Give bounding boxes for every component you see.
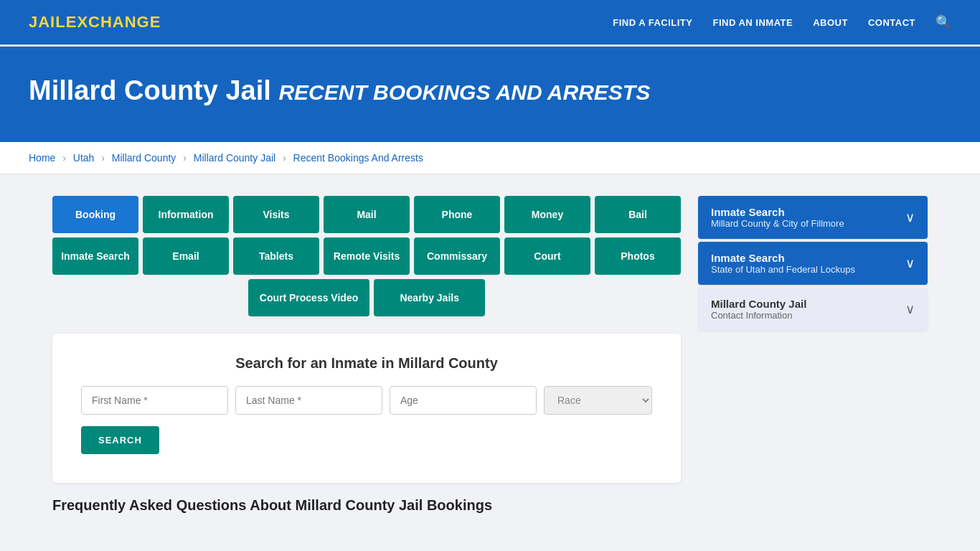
search-title: Search for an Inmate in Millard County [81, 355, 652, 372]
site-logo[interactable]: JAILEXCHANGE [29, 13, 161, 32]
sidebar-card-3-chevron: ∨ [905, 301, 915, 317]
sidebar-card-1-title: Inmate Search [711, 206, 844, 218]
breadcrumb: Home › Utah › Millard County › Millard C… [0, 142, 980, 174]
sidebar-card-1-chevron: ∨ [905, 209, 915, 225]
sidebar-card-3: Millard County Jail Contact Information … [698, 288, 928, 331]
age-input[interactable] [390, 386, 537, 415]
btn-photos[interactable]: Photos [595, 237, 681, 275]
breadcrumb-home[interactable]: Home [29, 152, 55, 164]
sep4: › [283, 152, 286, 164]
breadcrumb-current: Recent Bookings And Arrests [293, 152, 423, 164]
search-icon[interactable]: 🔍 [936, 14, 951, 30]
search-button[interactable]: SEARCH [81, 426, 159, 454]
sep3: › [183, 152, 187, 164]
btn-bail[interactable]: Bail [595, 196, 681, 233]
btn-remote-visits[interactable]: Remote Visits [324, 237, 410, 275]
left-column: Booking Information Visits Mail Phone Mo… [52, 196, 681, 514]
nav-buttons-row3: Court Process Video Nearby Jails [52, 279, 681, 316]
logo-part1: JAIL [29, 13, 66, 31]
btn-commissary[interactable]: Commissary [414, 237, 500, 275]
faq-header-preview: Frequently Asked Questions About Millard… [52, 497, 681, 514]
inmate-search-box: Search for an Inmate in Millard County R… [52, 334, 681, 483]
sidebar-card-3-text: Millard County Jail Contact Information [711, 298, 806, 321]
nav-links: FIND A FACILITY FIND AN INMATE ABOUT CON… [613, 14, 951, 30]
nav-find-facility[interactable]: FIND A FACILITY [613, 17, 692, 28]
nav-contact[interactable]: CONTACT [868, 17, 915, 28]
navbar: JAILEXCHANGE FIND A FACILITY FIND AN INM… [0, 0, 980, 47]
sidebar-card-2: Inmate Search State of Utah and Federal … [698, 242, 928, 285]
btn-inmate-search[interactable]: Inmate Search [52, 237, 138, 275]
search-fields: Race White Black Hispanic Asian Other [81, 386, 652, 415]
last-name-input[interactable] [235, 386, 382, 415]
right-sidebar: Inmate Search Millard County & City of F… [698, 196, 928, 514]
sidebar-card-2-chevron: ∨ [905, 255, 915, 271]
sidebar-card-2-title: Inmate Search [711, 252, 855, 264]
sidebar-card-3-subtitle: Contact Information [711, 310, 806, 321]
sidebar-card-1-text: Inmate Search Millard County & City of F… [711, 206, 844, 229]
hero-subtitle: RECENT BOOKINGS AND ARRESTS [278, 80, 650, 104]
first-name-input[interactable] [81, 386, 228, 415]
sep2: › [101, 152, 105, 164]
breadcrumb-millard-county[interactable]: Millard County [112, 152, 176, 164]
sidebar-card-3-title: Millard County Jail [711, 298, 806, 310]
sidebar-card-2-text: Inmate Search State of Utah and Federal … [711, 252, 855, 275]
sidebar-card-2-subtitle: State of Utah and Federal Lockups [711, 264, 855, 275]
btn-court-process-video[interactable]: Court Process Video [248, 279, 369, 316]
nav-about[interactable]: ABOUT [813, 17, 848, 28]
sidebar-card-3-header[interactable]: Millard County Jail Contact Information … [698, 288, 928, 331]
hero-jail-name: Millard County Jail [29, 75, 271, 105]
breadcrumb-millard-jail[interactable]: Millard County Jail [194, 152, 275, 164]
nav-buttons-row1: Booking Information Visits Mail Phone Mo… [52, 196, 681, 233]
btn-email[interactable]: Email [143, 237, 229, 275]
btn-booking[interactable]: Booking [52, 196, 138, 233]
btn-mail[interactable]: Mail [324, 196, 410, 233]
logo-part2: XCHANGE [77, 13, 161, 31]
btn-visits[interactable]: Visits [233, 196, 319, 233]
sep1: › [62, 152, 66, 164]
nav-buttons-row2: Inmate Search Email Tablets Remote Visit… [52, 237, 681, 275]
sidebar-card-1: Inmate Search Millard County & City of F… [698, 196, 928, 239]
page-title: Millard County Jail RECENT BOOKINGS AND … [29, 75, 951, 106]
nav-find-inmate[interactable]: FIND AN INMATE [712, 17, 793, 28]
breadcrumb-utah[interactable]: Utah [73, 152, 95, 164]
sidebar-card-1-subtitle: Millard County & City of Fillmore [711, 218, 844, 229]
race-select[interactable]: Race White Black Hispanic Asian Other [544, 386, 652, 415]
btn-phone[interactable]: Phone [414, 196, 500, 233]
btn-nearby-jails[interactable]: Nearby Jails [374, 279, 485, 316]
sidebar-card-1-header[interactable]: Inmate Search Millard County & City of F… [698, 196, 928, 239]
btn-tablets[interactable]: Tablets [233, 237, 319, 275]
btn-information[interactable]: Information [143, 196, 229, 233]
main-container: Booking Information Visits Mail Phone Mo… [24, 174, 956, 535]
btn-court[interactable]: Court [504, 237, 590, 275]
logo-highlight: E [66, 13, 77, 31]
sidebar-card-2-header[interactable]: Inmate Search State of Utah and Federal … [698, 242, 928, 285]
btn-money[interactable]: Money [504, 196, 590, 233]
hero-banner: Millard County Jail RECENT BOOKINGS AND … [0, 47, 980, 142]
